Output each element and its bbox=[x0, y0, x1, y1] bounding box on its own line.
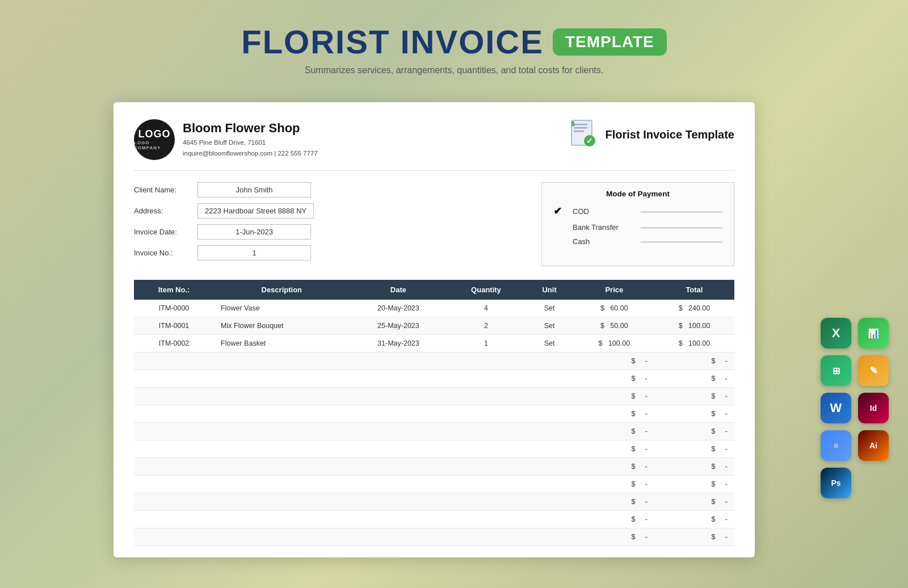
cell-empty bbox=[524, 493, 574, 511]
invoice-header: LOGO LOGO COMPANY Bloom Flower Shop 4645… bbox=[134, 119, 734, 171]
cell-empty bbox=[349, 370, 447, 388]
cell-empty bbox=[134, 423, 214, 440]
table-row-empty: $ - $ - bbox=[134, 476, 734, 493]
cell-empty-total: $ - bbox=[654, 388, 734, 405]
cell-empty bbox=[349, 493, 447, 511]
cell-price: $ 100.00 bbox=[574, 335, 654, 352]
payment-cod-label: COD bbox=[573, 207, 635, 216]
cell-date: 25-May-2023 bbox=[349, 317, 447, 335]
cell-empty-price: $ - bbox=[574, 493, 654, 511]
cell-empty bbox=[349, 423, 447, 440]
cell-empty-total: $ - bbox=[654, 458, 734, 476]
cell-empty bbox=[447, 388, 524, 405]
invoice-table: Item No.: Description Date Quantity Unit… bbox=[134, 280, 734, 546]
cell-empty-price: $ - bbox=[574, 388, 654, 405]
payment-cash-row: Cash bbox=[553, 237, 722, 246]
cell-date: 20-May-2023 bbox=[349, 300, 447, 317]
company-address: 4645 Pine Bluff Drive, 71601 bbox=[183, 137, 318, 148]
cell-total: $ 240.00 bbox=[654, 300, 734, 317]
cell-description: Flower Vase bbox=[214, 300, 349, 317]
cell-empty-price: $ - bbox=[574, 528, 654, 546]
gdocs-icon[interactable]: ≡ bbox=[821, 430, 851, 461]
client-section: Client Name: John Smith Address: 2223 Ha… bbox=[134, 171, 734, 275]
cell-empty bbox=[134, 458, 214, 476]
cell-empty bbox=[524, 405, 574, 423]
numbers-icon[interactable]: 📊 bbox=[858, 318, 889, 348]
invoice-date-label: Invoice Date: bbox=[134, 228, 191, 236]
col-price: Price bbox=[574, 280, 654, 300]
cell-empty bbox=[524, 458, 574, 476]
cell-empty bbox=[447, 493, 524, 511]
cell-empty-total: $ - bbox=[654, 493, 734, 511]
word-icon[interactable]: W bbox=[821, 393, 851, 423]
cell-quantity: 1 bbox=[447, 335, 524, 352]
table-row-empty: $ - $ - bbox=[134, 388, 734, 405]
logo-text-big: LOGO bbox=[138, 129, 171, 139]
cell-empty bbox=[524, 352, 574, 370]
cell-empty-price: $ - bbox=[574, 440, 654, 458]
col-total: Total bbox=[654, 280, 734, 300]
svg-text:$: $ bbox=[571, 121, 575, 127]
cell-empty bbox=[447, 423, 524, 440]
page-header: FLORIST INVOICE TEMPLATE Summarizes serv… bbox=[0, 0, 908, 87]
sheets-icon[interactable]: ⊞ bbox=[821, 355, 851, 386]
cell-empty bbox=[524, 440, 574, 458]
cell-description: Mix Flower Bouquet bbox=[214, 317, 349, 335]
cell-unit: Set bbox=[524, 317, 574, 335]
payment-cash-label: Cash bbox=[573, 237, 635, 246]
pages-icon[interactable]: ✎ bbox=[858, 355, 889, 386]
cell-empty bbox=[524, 528, 574, 546]
payment-bank-label: Bank Transfer bbox=[573, 223, 635, 232]
cell-empty bbox=[447, 370, 524, 388]
col-quantity: Quantity bbox=[447, 280, 524, 300]
svg-rect-2 bbox=[574, 127, 587, 129]
table-row-empty: $ - $ - bbox=[134, 423, 734, 440]
cell-empty-total: $ - bbox=[654, 528, 734, 546]
cell-empty bbox=[349, 352, 447, 370]
cell-date: 31-May-2023 bbox=[349, 335, 447, 352]
excel-icon[interactable]: X bbox=[821, 318, 851, 348]
cell-total: $ 100.00 bbox=[654, 335, 734, 352]
invoice-date-row: Invoice Date: 1-Jun-2023 bbox=[134, 224, 519, 240]
payment-title: Mode of Payment bbox=[553, 190, 722, 198]
cell-item-no: ITM-0000 bbox=[134, 300, 214, 317]
cell-empty bbox=[447, 528, 524, 546]
cell-empty bbox=[134, 528, 214, 546]
client-name-value: John Smith bbox=[197, 182, 311, 198]
indesign-icon[interactable]: Id bbox=[858, 393, 889, 423]
cell-empty-price: $ - bbox=[574, 511, 654, 528]
cash-line bbox=[641, 242, 722, 242]
payment-cod-row: ✔ COD bbox=[553, 205, 722, 217]
invoice-document-icon: $ ✓ bbox=[570, 119, 599, 150]
bank-line bbox=[641, 228, 722, 228]
cell-empty bbox=[134, 476, 214, 493]
cell-empty bbox=[447, 352, 524, 370]
page-title-main: FLORIST INVOICE bbox=[241, 23, 544, 61]
company-name: Bloom Flower Shop bbox=[183, 121, 318, 136]
page-title-row: FLORIST INVOICE TEMPLATE bbox=[241, 23, 667, 61]
col-date: Date bbox=[349, 280, 447, 300]
cell-item-no: ITM-0002 bbox=[134, 335, 214, 352]
cell-empty-price: $ - bbox=[574, 405, 654, 423]
app-icons-sidebar: X 📊 ⊞ ✎ W Id ≡ Ai Ps bbox=[821, 318, 890, 499]
table-row-empty: $ - $ - bbox=[134, 493, 734, 511]
table-row-empty: $ - $ - bbox=[134, 458, 734, 476]
cell-empty bbox=[349, 511, 447, 528]
cell-empty-total: $ - bbox=[654, 440, 734, 458]
cell-unit: Set bbox=[524, 335, 574, 352]
cell-empty bbox=[134, 493, 214, 511]
photoshop-icon[interactable]: Ps bbox=[821, 468, 851, 498]
logo-text-small: LOGO COMPANY bbox=[134, 140, 175, 150]
address-label: Address: bbox=[134, 207, 191, 215]
col-description: Description bbox=[214, 280, 349, 300]
cod-checkmark: ✔ bbox=[553, 205, 567, 217]
illustrator-icon[interactable]: Ai bbox=[858, 430, 889, 461]
client-fields: Client Name: John Smith Address: 2223 Ha… bbox=[134, 182, 519, 266]
invoice-title-section: $ ✓ Florist Invoice Template bbox=[570, 119, 734, 150]
svg-rect-1 bbox=[574, 124, 587, 125]
address-row: Address: 2223 Hardboar Street 8888 NY bbox=[134, 203, 519, 219]
client-name-label: Client Name: bbox=[134, 186, 191, 194]
company-logo: LOGO LOGO COMPANY bbox=[134, 119, 175, 160]
cell-empty bbox=[349, 440, 447, 458]
cell-empty-total: $ - bbox=[654, 370, 734, 388]
